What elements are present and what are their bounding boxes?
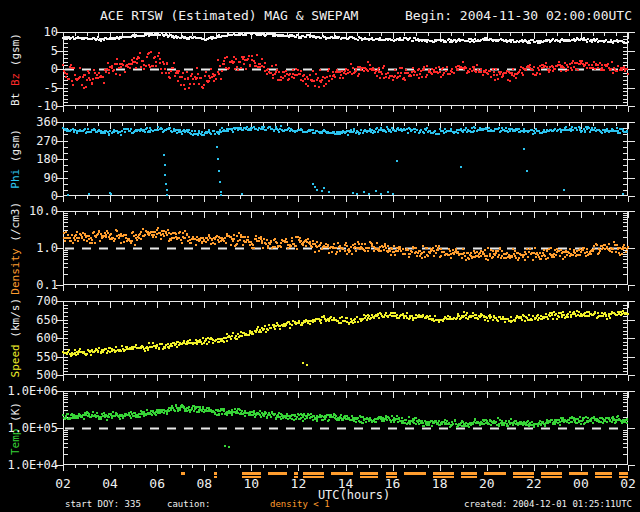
caution-mark bbox=[242, 472, 261, 475]
caution-mark bbox=[595, 472, 611, 475]
y-tick-label: 1.0 bbox=[2, 242, 58, 255]
y-tick-label: 360 bbox=[2, 116, 58, 129]
caution-value-label: density < 1 bbox=[270, 499, 330, 509]
caution-mark bbox=[268, 472, 287, 475]
plot-title: ACE RTSW (Estimated) MAG & SWEPAM bbox=[100, 8, 358, 23]
y-tick-label: 5 bbox=[2, 45, 58, 58]
caution-mark bbox=[461, 476, 477, 478]
y-tick-label: 1.0E+04 bbox=[2, 459, 58, 472]
y-tick-label: 700 bbox=[2, 295, 58, 308]
y-tick-label: 500 bbox=[2, 369, 58, 382]
caution-mark bbox=[360, 472, 379, 475]
y-tick-label: 0.1 bbox=[2, 279, 58, 292]
panel-speed bbox=[63, 301, 628, 375]
caution-mark bbox=[619, 476, 628, 478]
caution-mark bbox=[331, 472, 352, 475]
y-tick-label: 180 bbox=[2, 153, 58, 166]
x-tick-label: 20 bbox=[472, 476, 502, 491]
start-doy-label: start DOY: 335 bbox=[65, 499, 141, 509]
x-tick-label: 22 bbox=[519, 476, 549, 491]
y-tick-label: 1.0E+06 bbox=[2, 385, 58, 398]
caution-mark bbox=[303, 472, 324, 475]
y-tick-label: 550 bbox=[2, 351, 58, 364]
x-tick-label: 02 bbox=[48, 476, 78, 491]
caution-mark bbox=[294, 476, 299, 478]
x-tick-label: 18 bbox=[425, 476, 455, 491]
x-tick-label: 02 bbox=[613, 476, 640, 491]
x-tick-label: 08 bbox=[189, 476, 219, 491]
ace-rtsw-plot-screen: ACE RTSW (Estimated) MAG & SWEPAM Begin:… bbox=[0, 0, 640, 512]
y-tick-label: -5 bbox=[2, 82, 58, 95]
caution-mark bbox=[461, 472, 477, 475]
caution-mark bbox=[181, 472, 186, 475]
caution-mark bbox=[294, 472, 299, 475]
caution-mark bbox=[569, 472, 588, 475]
y-tick-label: 650 bbox=[2, 314, 58, 327]
y-tick-label: 1.0E+05 bbox=[2, 422, 58, 435]
x-tick-label: 00 bbox=[566, 476, 596, 491]
caution-mark bbox=[595, 476, 611, 478]
panel-density bbox=[63, 211, 628, 285]
caution-mark bbox=[303, 476, 324, 478]
caution-mark bbox=[484, 472, 505, 475]
caution-mark bbox=[513, 476, 534, 478]
caution-label: caution: bbox=[167, 499, 210, 509]
x-tick-label: 04 bbox=[95, 476, 125, 491]
caution-mark bbox=[360, 476, 379, 478]
caution-mark bbox=[386, 476, 398, 478]
panel-phi bbox=[63, 122, 628, 196]
caution-mark bbox=[386, 472, 398, 475]
y-tick-label: 0 bbox=[2, 63, 58, 76]
y-tick-label: 10 bbox=[2, 26, 58, 39]
y-tick-label: 10.0 bbox=[2, 205, 58, 218]
caution-mark bbox=[513, 472, 534, 475]
caution-mark bbox=[433, 476, 454, 478]
caution-mark bbox=[619, 472, 628, 475]
caution-mark bbox=[242, 476, 261, 478]
caution-mark bbox=[541, 472, 562, 475]
x-tick-label: 10 bbox=[236, 476, 266, 491]
panel-temp bbox=[63, 391, 628, 465]
caution-mark bbox=[214, 476, 218, 478]
begin-timestamp: Begin: 2004-11-30 02:00:00UTC bbox=[405, 8, 632, 23]
created-timestamp: created: 2004-12-01 01:25:11UTC bbox=[464, 499, 632, 509]
y-tick-label: 270 bbox=[2, 135, 58, 148]
caution-mark bbox=[433, 472, 454, 475]
y-tick-label: 600 bbox=[2, 332, 58, 345]
x-tick-label: 12 bbox=[283, 476, 313, 491]
y-tick-label: -10 bbox=[2, 100, 58, 113]
caution-mark bbox=[541, 476, 562, 478]
y-tick-label: 90 bbox=[2, 172, 58, 185]
caution-mark bbox=[404, 472, 425, 475]
caution-mark bbox=[214, 472, 218, 475]
panel-bt-bz bbox=[63, 32, 628, 106]
x-tick-label: 06 bbox=[142, 476, 172, 491]
y-tick-label: 0 bbox=[2, 190, 58, 203]
